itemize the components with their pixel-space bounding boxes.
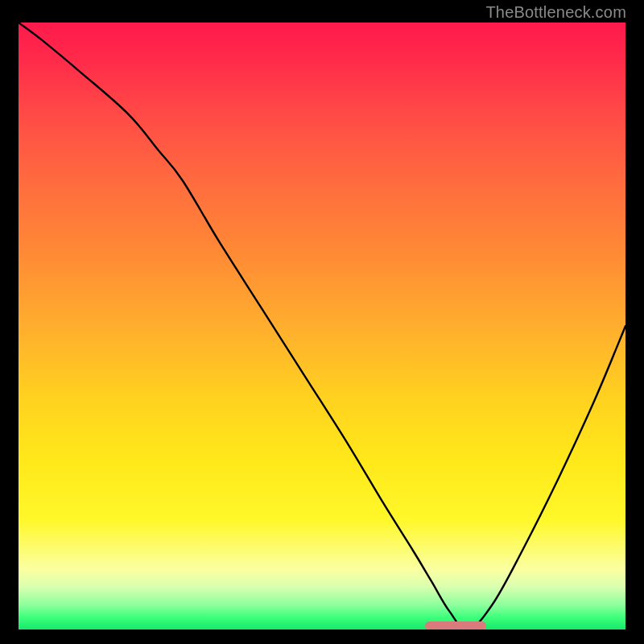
- bottleneck-curve: [19, 23, 625, 630]
- watermark-text: TheBottleneck.com: [485, 3, 626, 22]
- optimal-marker: [425, 621, 485, 630]
- chart-frame: TheBottleneck.com: [0, 0, 644, 644]
- plot-area: [19, 23, 625, 630]
